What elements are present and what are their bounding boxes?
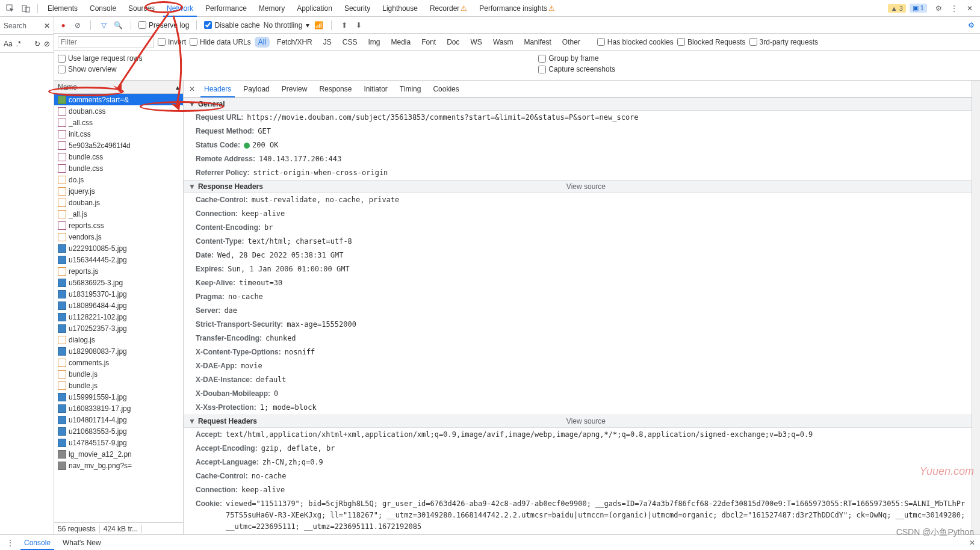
refresh-icon[interactable]: ↻ bbox=[34, 40, 40, 48]
regex-toggle[interactable]: .* bbox=[16, 40, 21, 48]
large-rows-check[interactable]: Use large request rows bbox=[58, 54, 142, 63]
gear-icon[interactable]: ⚙ bbox=[933, 3, 944, 14]
show-overview-check[interactable]: Show overview bbox=[58, 65, 142, 73]
request-row[interactable]: bundle.css bbox=[54, 151, 183, 162]
request-row[interactable]: u183195370-1.jpg bbox=[54, 288, 183, 300]
dtab-preview[interactable]: Preview bbox=[276, 81, 314, 97]
request-row[interactable]: dialog.js bbox=[54, 334, 183, 345]
request-row[interactable]: u159991559-1.jpg bbox=[54, 391, 183, 403]
request-list-header[interactable]: Name▴ bbox=[54, 81, 183, 94]
request-row[interactable]: u160833819-17.jpg bbox=[54, 403, 183, 414]
request-row[interactable]: comments.js bbox=[54, 357, 183, 368]
btab-console[interactable]: Console bbox=[18, 536, 57, 550]
close-drawer-icon[interactable]: ✕ bbox=[969, 539, 975, 547]
tab-security[interactable]: Security bbox=[338, 1, 376, 16]
blocked-req-check[interactable]: Blocked Requests bbox=[677, 38, 746, 46]
disable-cache[interactable]: Disable cache bbox=[204, 21, 259, 29]
request-row[interactable]: u1128221-102.jpg bbox=[54, 311, 183, 323]
inspect-icon[interactable] bbox=[5, 3, 16, 14]
request-row[interactable]: bundle.js bbox=[54, 368, 183, 380]
cat-media[interactable]: Media bbox=[387, 37, 414, 48]
request-row[interactable]: u180896484-4.jpg bbox=[54, 300, 183, 311]
request-row[interactable]: bundle.css bbox=[54, 162, 183, 174]
blocked-cookies-check[interactable]: Has blocked cookies bbox=[597, 38, 674, 46]
tab-perf-insights[interactable]: Performance insights⚠ bbox=[473, 1, 561, 16]
cat-fetch[interactable]: Fetch/XHR bbox=[273, 37, 316, 48]
gear-icon[interactable]: ⚙ bbox=[966, 20, 976, 31]
cat-font[interactable]: Font bbox=[418, 37, 439, 48]
request-row[interactable]: u170252357-3.jpg bbox=[54, 323, 183, 334]
tab-recorder[interactable]: Recorder⚠ bbox=[424, 1, 473, 16]
request-row[interactable]: u56836925-3.jpg bbox=[54, 277, 183, 288]
request-row[interactable]: 5e903a52c4961f4d bbox=[54, 140, 183, 151]
more-icon[interactable]: ⋮ bbox=[949, 3, 960, 14]
btab-whatsnew[interactable]: What's New bbox=[57, 536, 107, 550]
cat-img[interactable]: Img bbox=[364, 37, 383, 48]
request-row[interactable]: u210683553-5.jpg bbox=[54, 425, 183, 437]
request-row[interactable]: douban.js bbox=[54, 197, 183, 208]
request-row[interactable]: do.js bbox=[54, 174, 183, 185]
tab-elements[interactable]: Elements bbox=[42, 1, 84, 16]
section-header[interactable]: ▼Request HeadersView source bbox=[184, 415, 972, 428]
tab-application[interactable]: Application bbox=[291, 1, 338, 16]
messages-badge[interactable]: ▣ 1 bbox=[910, 4, 927, 13]
request-row[interactable]: u156344445-2.jpg bbox=[54, 254, 183, 265]
view-source-link[interactable]: View source bbox=[566, 417, 606, 425]
request-row[interactable]: u222910085-5.jpg bbox=[54, 243, 183, 254]
request-row[interactable]: u104801714-4.jpg bbox=[54, 414, 183, 425]
request-row[interactable]: nav_mv_bg.png?s= bbox=[54, 460, 183, 471]
close-detail-icon[interactable]: ✕ bbox=[186, 85, 198, 93]
cat-wasm[interactable]: Wasm bbox=[489, 37, 517, 48]
throttling-select[interactable]: No throttling bbox=[264, 21, 303, 29]
clear-icon[interactable]: ⊘ bbox=[72, 20, 83, 31]
record-icon[interactable]: ● bbox=[58, 20, 69, 31]
request-row[interactable]: bundle.js bbox=[54, 380, 183, 391]
hide-dataurls-check[interactable]: Hide data URLs bbox=[190, 38, 251, 46]
third-party-check[interactable]: 3rd-party requests bbox=[749, 38, 818, 46]
more-icon[interactable]: ⋮ bbox=[5, 537, 16, 548]
cat-css[interactable]: CSS bbox=[339, 37, 361, 48]
group-frame-check[interactable]: Group by frame bbox=[538, 54, 615, 63]
device-icon[interactable] bbox=[20, 3, 31, 14]
cat-js[interactable]: JS bbox=[320, 37, 335, 48]
section-header[interactable]: ▼General bbox=[184, 97, 972, 111]
dtab-timing[interactable]: Timing bbox=[394, 81, 427, 97]
dtab-response[interactable]: Response bbox=[313, 81, 358, 97]
clear-icon[interactable]: ⊘ bbox=[44, 40, 50, 48]
request-row[interactable]: _all.css bbox=[54, 117, 183, 128]
request-row[interactable]: reports.css bbox=[54, 220, 183, 231]
tab-sources[interactable]: Sources bbox=[122, 1, 161, 16]
invert-check[interactable]: Invert bbox=[158, 38, 186, 46]
close-search-icon[interactable]: ✕ bbox=[44, 22, 50, 30]
tab-performance[interactable]: Performance bbox=[199, 1, 253, 16]
cat-all[interactable]: All bbox=[255, 37, 270, 48]
close-icon[interactable]: ✕ bbox=[964, 3, 975, 14]
request-row[interactable]: douban.css bbox=[54, 105, 183, 117]
dtab-headers[interactable]: Headers bbox=[198, 81, 237, 97]
upload-icon[interactable]: ⬆ bbox=[339, 20, 350, 31]
cat-doc[interactable]: Doc bbox=[443, 37, 463, 48]
wifi-icon[interactable]: 📶 bbox=[313, 20, 324, 31]
request-row[interactable]: reports.js bbox=[54, 265, 183, 277]
warnings-badge[interactable]: ▲ 3 bbox=[888, 4, 906, 13]
search-icon[interactable]: 🔍 bbox=[113, 20, 123, 31]
tab-console[interactable]: Console bbox=[84, 1, 122, 16]
cat-other[interactable]: Other bbox=[559, 37, 584, 48]
dtab-payload[interactable]: Payload bbox=[237, 81, 275, 97]
screenshots-check[interactable]: Capture screenshots bbox=[538, 65, 615, 73]
scrollbar[interactable] bbox=[972, 81, 980, 534]
request-row[interactable]: lg_movie_a12_2.pn bbox=[54, 448, 183, 460]
request-row[interactable]: jquery.js bbox=[54, 185, 183, 197]
tab-memory[interactable]: Memory bbox=[253, 1, 291, 16]
section-header[interactable]: ▼Response HeadersView source bbox=[184, 180, 972, 193]
tab-lighthouse[interactable]: Lighthouse bbox=[376, 1, 424, 16]
request-row[interactable]: vendors.js bbox=[54, 231, 183, 243]
view-source-link[interactable]: View source bbox=[566, 182, 606, 191]
download-icon[interactable]: ⬇ bbox=[353, 20, 364, 31]
request-row[interactable]: _all.js bbox=[54, 208, 183, 220]
request-row[interactable]: init.css bbox=[54, 128, 183, 140]
chevron-down-icon[interactable]: ▾ bbox=[306, 21, 309, 29]
tab-network[interactable]: Network bbox=[161, 1, 199, 16]
preserve-log[interactable]: Preserve log bbox=[138, 21, 189, 29]
dtab-initiator[interactable]: Initiator bbox=[358, 81, 393, 97]
